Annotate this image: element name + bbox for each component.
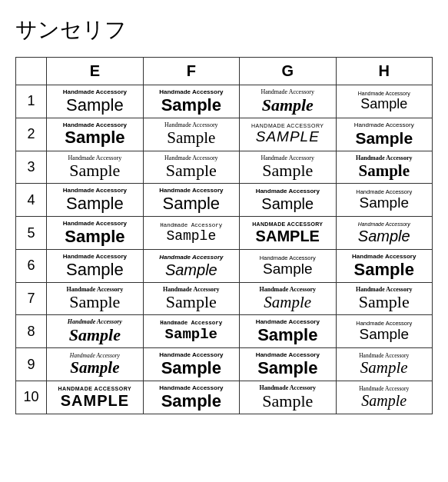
cell-label: Handmade Accessory bbox=[338, 385, 431, 392]
cell-value: Sample bbox=[48, 359, 141, 377]
cell-value: Sample bbox=[48, 96, 141, 115]
cell-5-e: Handmade AccessorySample bbox=[47, 217, 143, 250]
cell-value: Sample bbox=[48, 194, 141, 213]
cell-value: Sample bbox=[241, 195, 334, 212]
cell-7-e: Handmade AccessorySample bbox=[47, 282, 143, 315]
cell-8-e: Handmade AccessorySample bbox=[47, 315, 143, 348]
cell-value: Sample bbox=[338, 261, 431, 279]
cell-value: Sample bbox=[338, 228, 431, 244]
cell-2-e: Handmade AccessorySample bbox=[47, 118, 143, 151]
cell-value: Sample bbox=[48, 261, 141, 279]
col-header-E: E bbox=[47, 58, 143, 85]
cell-value: Sample bbox=[241, 294, 334, 311]
row-number: 8 bbox=[16, 315, 47, 348]
cell-value: Sample bbox=[338, 327, 431, 343]
cell-label: HANDMADE ACCESSORY bbox=[241, 221, 334, 228]
cell-value: Sample bbox=[48, 161, 141, 180]
table-row: 4Handmade AccessorySampleHandmade Access… bbox=[16, 184, 433, 217]
cell-7-f: Handmade AccessorySample bbox=[143, 282, 239, 315]
cell-4-f: Handmade AccessorySample bbox=[143, 184, 239, 217]
row-number: 3 bbox=[16, 151, 47, 184]
cell-9-h: Handmade AccessorySample bbox=[336, 348, 433, 381]
cell-value: Sample bbox=[48, 128, 141, 147]
cell-value: Sample bbox=[145, 96, 237, 115]
cell-value: Sample bbox=[145, 392, 237, 411]
col-header-H: H bbox=[336, 58, 433, 85]
cell-3-f: Handmade AccessorySample bbox=[143, 151, 239, 184]
corner-cell bbox=[16, 58, 47, 85]
cell-value: Sample bbox=[241, 261, 334, 278]
cell-6-f: Handmade AccessorySample bbox=[143, 249, 239, 282]
cell-value: Sample bbox=[48, 293, 141, 311]
cell-6-g: Handmade AccessorySample bbox=[240, 249, 336, 282]
cell-2-f: Handmade AccessorySample bbox=[143, 118, 239, 151]
cell-4-h: Handmade AccessorySample bbox=[336, 184, 433, 217]
cell-label: HANDMADE ACCESSORY bbox=[48, 386, 141, 392]
cell-value: Sample bbox=[48, 326, 141, 344]
cell-10-e: HANDMADE ACCESSORYSAMPLE bbox=[47, 381, 143, 414]
cell-value: Sample bbox=[145, 129, 237, 147]
cell-value: Sample bbox=[241, 392, 334, 411]
cell-value: Sample bbox=[338, 392, 431, 409]
col-header-F: F bbox=[143, 58, 239, 85]
cell-4-g: Handmade AccessorySample bbox=[240, 184, 336, 217]
row-number: 2 bbox=[16, 118, 47, 151]
cell-6-e: Handmade AccessorySample bbox=[47, 249, 143, 282]
cell-value: Sample bbox=[338, 97, 431, 112]
row-number: 10 bbox=[16, 381, 47, 414]
cell-value: Sample bbox=[48, 228, 141, 246]
table-row: 2Handmade AccessorySampleHandmade Access… bbox=[16, 118, 433, 151]
table-row: 8Handmade AccessorySampleHandmade Access… bbox=[16, 315, 433, 348]
cell-5-g: HANDMADE ACCESSORYSAMPLE bbox=[240, 217, 336, 250]
cell-1-e: Handmade AccessorySample bbox=[47, 85, 143, 118]
col-header-G: G bbox=[240, 58, 336, 85]
cell-value: Sample bbox=[145, 229, 237, 244]
cell-9-g: Handmade AccessorySample bbox=[240, 348, 336, 381]
cell-value: Sample bbox=[338, 129, 431, 147]
cell-7-h: Handmade AccessorySample bbox=[336, 282, 433, 315]
row-number: 4 bbox=[16, 184, 47, 217]
cell-label: Handmade Accessory bbox=[338, 221, 431, 228]
cell-value: Sample bbox=[241, 161, 334, 180]
page-title: サンセリフ bbox=[15, 15, 433, 45]
row-number: 9 bbox=[16, 348, 47, 381]
cell-1-h: Handmade AccessorySample bbox=[336, 85, 433, 118]
cell-value: Sample bbox=[145, 359, 237, 377]
cell-value: Sample bbox=[338, 359, 431, 377]
cell-value: SAMPLE bbox=[48, 392, 141, 409]
cell-value: SAMPLE bbox=[241, 228, 334, 244]
font-sample-table: EFGH 1Handmade AccessorySampleHandmade A… bbox=[15, 57, 433, 414]
cell-value: Sample bbox=[145, 293, 237, 311]
cell-value: Sample bbox=[338, 162, 431, 180]
cell-value: Sample bbox=[241, 359, 334, 377]
cell-value: Sample bbox=[145, 194, 237, 213]
cell-9-e: Handmade AccessorySample bbox=[47, 348, 143, 381]
cell-10-h: Handmade AccessorySample bbox=[336, 381, 433, 414]
cell-10-g: Handmade AccessorySample bbox=[240, 381, 336, 414]
table-row: 6Handmade AccessorySampleHandmade Access… bbox=[16, 249, 433, 282]
row-number: 5 bbox=[16, 217, 47, 250]
cell-10-f: Handmade AccessorySample bbox=[143, 381, 239, 414]
cell-value: Sample bbox=[145, 327, 237, 343]
cell-9-f: Handmade AccessorySample bbox=[143, 348, 239, 381]
cell-8-h: Handmade AccessorySample bbox=[336, 315, 433, 348]
table-row: 9Handmade AccessorySampleHandmade Access… bbox=[16, 348, 433, 381]
cell-6-h: Handmade AccessorySample bbox=[336, 249, 433, 282]
cell-value: Sample bbox=[241, 326, 334, 344]
cell-label: Handmade Accessory bbox=[338, 121, 431, 129]
cell-value: Sample bbox=[241, 96, 334, 115]
cell-2-h: Handmade AccessorySample bbox=[336, 118, 433, 151]
cell-3-e: Handmade AccessorySample bbox=[47, 151, 143, 184]
table-row: 3Handmade AccessorySampleHandmade Access… bbox=[16, 151, 433, 184]
cell-4-e: Handmade AccessorySample bbox=[47, 184, 143, 217]
cell-value: Sample bbox=[145, 161, 237, 180]
row-number: 1 bbox=[16, 85, 47, 118]
cell-1-g: Handmade AccessorySample bbox=[240, 85, 336, 118]
cell-7-g: Handmade AccessorySample bbox=[240, 282, 336, 315]
cell-8-g: Handmade AccessorySample bbox=[240, 315, 336, 348]
table-row: 10HANDMADE ACCESSORYSAMPLEHandmade Acces… bbox=[16, 381, 433, 414]
cell-value: Sample bbox=[338, 293, 431, 311]
cell-5-f: Handmade AccessorySample bbox=[143, 217, 239, 250]
cell-2-g: HANDMADE ACCESSORYSAMPLE bbox=[240, 118, 336, 151]
row-number: 6 bbox=[16, 249, 47, 282]
